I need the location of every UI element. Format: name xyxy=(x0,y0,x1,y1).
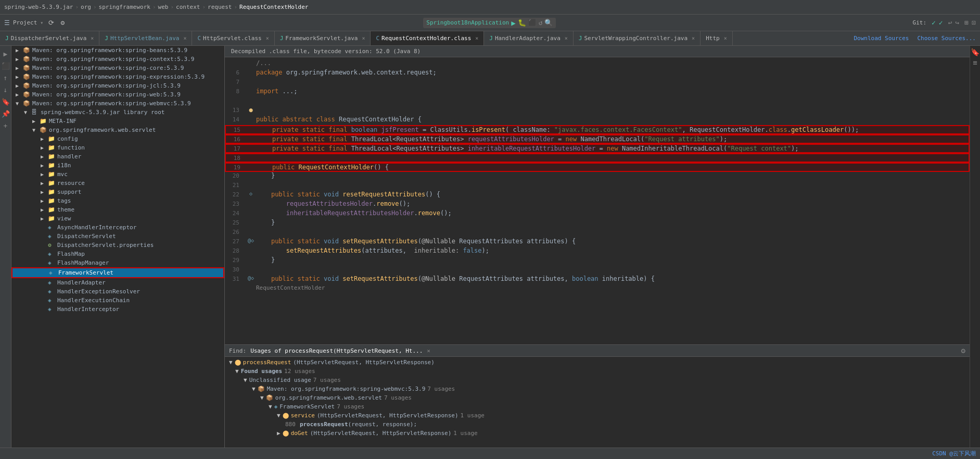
sidebar-item-webmvc[interactable]: ▼ 📦 Maven: org.springframework:spring-we… xyxy=(11,99,224,108)
vcs-icon[interactable]: ⊞ xyxy=(964,19,969,27)
arrow-down-icon: ▼ xyxy=(229,359,233,366)
breadcrumb-springframework[interactable]: springframework xyxy=(99,4,150,10)
tab-http[interactable]: Http × xyxy=(701,31,733,45)
sidebar-item-asynchandler[interactable]: ▶ ◈ AsyncHandlerInterceptor xyxy=(11,223,224,232)
find-bar: Find: Usages of processRequest(HttpServl… xyxy=(225,345,970,357)
sidebar-item-jcl[interactable]: ▶ 📦 Maven: org.springframework:spring-jc… xyxy=(11,81,224,90)
sidebar-item-config[interactable]: ▶ 📁 config xyxy=(11,134,224,143)
arrow-down-icon5: ▼ xyxy=(260,394,264,401)
code-line-27: 27 @◇ public static void setRequestAttri… xyxy=(225,238,970,247)
reload-icon[interactable]: ↺ xyxy=(539,19,543,27)
run-icon[interactable]: ▶ xyxy=(511,19,515,27)
pin-icon[interactable]: 📌 xyxy=(2,110,10,118)
doget-count: 1 usage xyxy=(453,430,477,437)
breakpoint-dot[interactable]: ● xyxy=(249,106,252,114)
tab-close[interactable]: × xyxy=(475,35,478,41)
find-close-icon[interactable]: × xyxy=(427,348,430,354)
git-undo[interactable]: ↩ xyxy=(948,19,952,27)
tab-close[interactable]: × xyxy=(565,35,568,41)
sidebar-item-function[interactable]: ▶ 📁 function xyxy=(11,143,224,152)
sidebar-item-web[interactable]: ▶ 📦 Maven: org.springframework:spring-we… xyxy=(11,90,224,99)
sidebar-item-context[interactable]: ▶ 📦 Maven: org.springframework:spring-co… xyxy=(11,55,224,64)
tab-frameworkservlet-java[interactable]: J FrameworkServlet.java × xyxy=(275,31,371,45)
sidebar-item-servlet-pkg[interactable]: ▼ 📦 org.springframework.web.servlet xyxy=(11,126,224,134)
sidebar-item-handlerinterceptor[interactable]: ▶ ◈ HandlerInterceptor xyxy=(11,305,224,314)
usage-item-found[interactable]: ▼ Found usages 12 usages xyxy=(225,367,970,376)
sidebar-item-handler[interactable]: ▶ 📁 handler xyxy=(11,152,224,161)
sidebar-item-view[interactable]: ▶ 📁 view xyxy=(11,214,224,223)
breadcrumb-jar[interactable]: spring-web-5.3.9.jar xyxy=(4,4,73,10)
sidebar-item-support[interactable]: ▶ 📁 support xyxy=(11,188,224,196)
sidebar-item-expression[interactable]: ▶ 📦 Maven: org.springframework:spring-ex… xyxy=(11,72,224,81)
sidebar-item-handlerexecutionchain[interactable]: ▶ ◈ HandlerExecutionChain xyxy=(11,296,224,305)
sidebar-item-mvc[interactable]: ▶ 📁 mvc xyxy=(11,170,224,179)
app-name[interactable]: Springboot18nApplication xyxy=(426,19,509,26)
found-count-badge: 12 usages xyxy=(284,368,315,375)
toolbar-arrow: ▾ xyxy=(40,20,43,26)
sidebar-item-jar-root[interactable]: ▼ 🗄 spring-webmvc-5.3.9.jar library root xyxy=(11,108,224,117)
run-icon-strip[interactable]: ▶ xyxy=(4,50,8,58)
bookmark-right-icon[interactable]: 🔖 xyxy=(971,48,979,56)
breadcrumb-org[interactable]: org xyxy=(81,4,91,10)
sidebar-item-flashmap[interactable]: ▶ ◈ FlashMap xyxy=(11,250,224,258)
git-redo[interactable]: ↪ xyxy=(956,19,960,27)
sidebar-item-handleradapter[interactable]: ▶ ◈ HandlerAdapter xyxy=(11,278,224,287)
scroll-down-icon[interactable]: ↓ xyxy=(4,86,8,94)
tab-httpservlet-class[interactable]: C HttpServlet.class × xyxy=(192,31,274,45)
tab-close[interactable]: × xyxy=(362,35,365,41)
sidebar-item-tags[interactable]: ▶ 📁 tags xyxy=(11,196,224,205)
usage-item-processrequest[interactable]: ▼ ⬤ processRequest(HttpServletRequest, H… xyxy=(225,358,970,367)
usage-item-maven-webmvc[interactable]: ▼ 📦 Maven: org.springframework:spring-we… xyxy=(225,384,970,393)
breadcrumb-web[interactable]: web xyxy=(158,4,169,10)
choose-sources-button[interactable]: Choose Sources... xyxy=(913,31,980,45)
sidebar-item-dispatcherservlet-props[interactable]: ▶ ⚙ DispatcherServlet.properties xyxy=(11,241,224,250)
usage-item-line880[interactable]: 880 processRequest(request, response); xyxy=(225,420,970,429)
breadcrumb-request[interactable]: request xyxy=(208,4,232,10)
sidebar-item-beans[interactable]: ▶ 📦 Maven: org.springframework:spring-be… xyxy=(11,46,224,55)
debug-icon-strip[interactable]: ⬛ xyxy=(2,62,10,70)
settings-gear-icon[interactable]: ⚙ xyxy=(961,346,965,355)
sidebar-item-frameworkservlet[interactable]: ▶ ◈ FrameworkServlet xyxy=(11,267,224,278)
sidebar-item-theme[interactable]: ▶ 📁 theme xyxy=(11,205,224,214)
sidebar-item-handlerexceptionresolver[interactable]: ▶ ◈ HandlerExceptionResolver xyxy=(11,287,224,296)
tab-httpservletbean-java[interactable]: J HttpServletBean.java × xyxy=(99,31,192,45)
code-line-16: 16 private static final ThreadLocal<Requ… xyxy=(225,134,970,144)
git-label: Git: xyxy=(913,19,927,26)
usage-item-service-method[interactable]: ▼ ⬤ service(HttpServletRequest, HttpServ… xyxy=(225,411,970,420)
tab-requestcontextholder-class[interactable]: C RequestContextHolder.class × xyxy=(371,31,484,45)
sync-icon[interactable]: ⟳ xyxy=(46,18,56,28)
bookmark-icon[interactable]: 🔖 xyxy=(2,98,10,106)
plus-icon[interactable]: + xyxy=(4,122,8,130)
project-text[interactable]: Project xyxy=(13,19,37,26)
tab-dispatcherservlet-java[interactable]: J DispatcherServlet.java × xyxy=(0,31,99,45)
sidebar-item-metainf[interactable]: ▶ 📁 META-INF xyxy=(11,117,224,126)
code-editor[interactable]: Decompiled .class file, bytecode version… xyxy=(225,46,970,344)
download-sources-button[interactable]: Download Sources xyxy=(849,31,913,45)
sidebar-item-core[interactable]: ▶ 📦 Maven: org.springframework:spring-co… xyxy=(11,64,224,72)
stop-icon[interactable]: ⬛ xyxy=(528,19,537,27)
usage-item-frameworkservlet[interactable]: ▼ ◈ FrameworkServlet 7 usages xyxy=(225,402,970,411)
structure-icon[interactable]: ≡ xyxy=(973,58,977,67)
debug-icon[interactable]: 🐛 xyxy=(518,19,526,27)
scroll-up-icon[interactable]: ↑ xyxy=(4,74,8,82)
tab-handleradapter-java[interactable]: J HandlerAdapter.java × xyxy=(484,31,574,45)
tab-close[interactable]: × xyxy=(266,35,269,41)
git-check2: ✓ xyxy=(939,19,943,27)
tab-close[interactable]: × xyxy=(724,35,727,41)
usage-item-servlet-pkg[interactable]: ▼ 📦 org.springframework.web.servlet 7 us… xyxy=(225,393,970,402)
search-icon[interactable]: 🔍 xyxy=(544,19,553,27)
tab-close[interactable]: × xyxy=(183,35,186,41)
config-icon[interactable]: ⚙ xyxy=(58,18,67,28)
usage-item-doget-method[interactable]: ▶ ⬤ doGet(HttpServletRequest, HttpServle… xyxy=(225,429,970,438)
sidebar-item-flashmapmanager[interactable]: ▶ ◈ FlashMapManager xyxy=(11,258,224,267)
tab-close[interactable]: × xyxy=(91,35,94,41)
sidebar-item-i18n[interactable]: ▶ 📁 i18n xyxy=(11,161,224,170)
sidebar-item-dispatcherservlet[interactable]: ▶ ◈ DispatcherServlet xyxy=(11,232,224,241)
sidebar-item-resource[interactable]: ▶ 📁 resource xyxy=(11,179,224,188)
breadcrumb-context[interactable]: context xyxy=(176,4,200,10)
terminal-icon[interactable]: ⊡ xyxy=(972,19,976,27)
bottom-panel: Find: Usages of processRequest(HttpServl… xyxy=(225,344,970,459)
usage-item-unclassified[interactable]: ▼ Unclassified usage 7 usages xyxy=(225,376,970,384)
tab-close[interactable]: × xyxy=(692,35,695,41)
tab-servletwrappingcontroller-java[interactable]: J ServletWrappingController.java × xyxy=(574,31,701,45)
